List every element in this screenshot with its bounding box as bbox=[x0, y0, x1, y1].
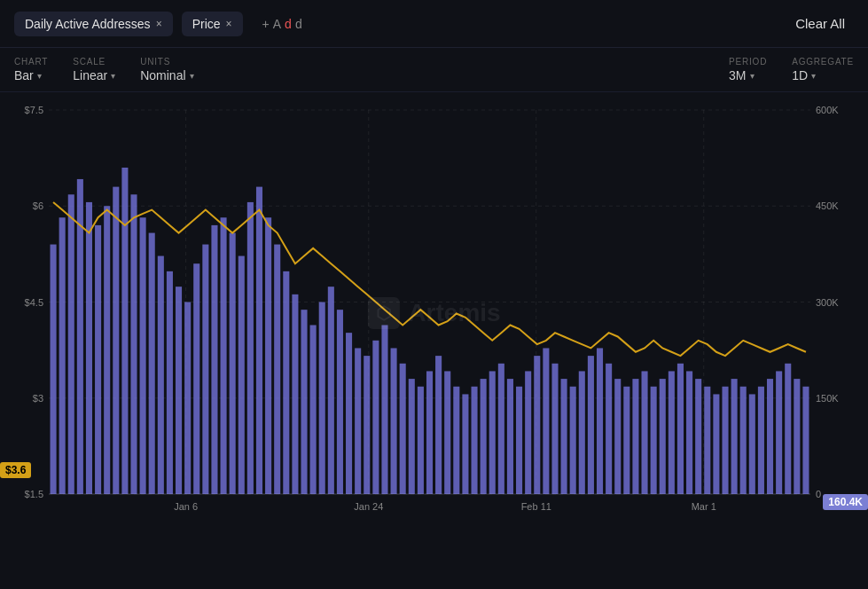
chart-select[interactable]: Bar ▾ bbox=[14, 68, 48, 82]
scale-value: Linear bbox=[73, 68, 107, 82]
add-text: A bbox=[273, 17, 281, 31]
add-highlight: d bbox=[285, 17, 292, 31]
aggregate-label: AGGREGATE bbox=[792, 57, 854, 67]
chart-label: CHART bbox=[14, 57, 48, 67]
period-label: PERIOD bbox=[729, 57, 767, 67]
top-bar: Daily Active Addresses × Price × + Add C… bbox=[0, 0, 868, 48]
units-label: UNITS bbox=[140, 57, 193, 67]
units-control: UNITS Nominal ▾ bbox=[140, 57, 193, 82]
period-value: 3M bbox=[729, 68, 746, 82]
chart-control: CHART Bar ▾ bbox=[14, 57, 48, 82]
aggregate-select[interactable]: 1D ▾ bbox=[792, 68, 854, 82]
plus-icon: + bbox=[262, 17, 270, 31]
close-tag2-icon[interactable]: × bbox=[226, 18, 232, 30]
chart-canvas[interactable] bbox=[0, 92, 868, 534]
clear-all-button[interactable]: Clear All bbox=[786, 11, 854, 36]
add-button[interactable]: + Add bbox=[252, 12, 313, 36]
tag-daily-active-addresses[interactable]: Daily Active Addresses × bbox=[14, 12, 173, 36]
units-select[interactable]: Nominal ▾ bbox=[140, 68, 193, 82]
period-chevron-icon: ▾ bbox=[750, 71, 755, 81]
period-control: PERIOD 3M ▾ bbox=[729, 57, 767, 82]
scale-control: SCALE Linear ▾ bbox=[73, 57, 115, 82]
tag-label: Daily Active Addresses bbox=[25, 17, 151, 31]
scale-select[interactable]: Linear ▾ bbox=[73, 68, 115, 82]
add-text2: d bbox=[295, 17, 302, 31]
scale-label: SCALE bbox=[73, 57, 115, 67]
aggregate-chevron-icon: ▾ bbox=[811, 71, 816, 81]
chart-container: ⬡ Artemis $3.6 160.4K bbox=[0, 92, 868, 534]
price-label: $3.6 bbox=[0, 462, 31, 478]
close-tag1-icon[interactable]: × bbox=[156, 18, 162, 30]
chart-value: Bar bbox=[14, 68, 34, 82]
right-controls: PERIOD 3M ▾ AGGREGATE 1D ▾ bbox=[729, 57, 854, 82]
chart-chevron-icon: ▾ bbox=[37, 71, 42, 81]
units-chevron-icon: ▾ bbox=[190, 71, 194, 81]
tag-price-label: Price bbox=[192, 17, 221, 31]
aggregate-value: 1D bbox=[792, 68, 808, 82]
addr-label: 160.4K bbox=[823, 494, 868, 510]
scale-chevron-icon: ▾ bbox=[111, 71, 115, 81]
tag-price[interactable]: Price × bbox=[182, 12, 243, 36]
controls-bar: CHART Bar ▾ SCALE Linear ▾ UNITS Nominal… bbox=[0, 48, 868, 92]
period-select[interactable]: 3M ▾ bbox=[729, 68, 767, 82]
aggregate-control: AGGREGATE 1D ▾ bbox=[792, 57, 854, 82]
units-value: Nominal bbox=[140, 68, 185, 82]
